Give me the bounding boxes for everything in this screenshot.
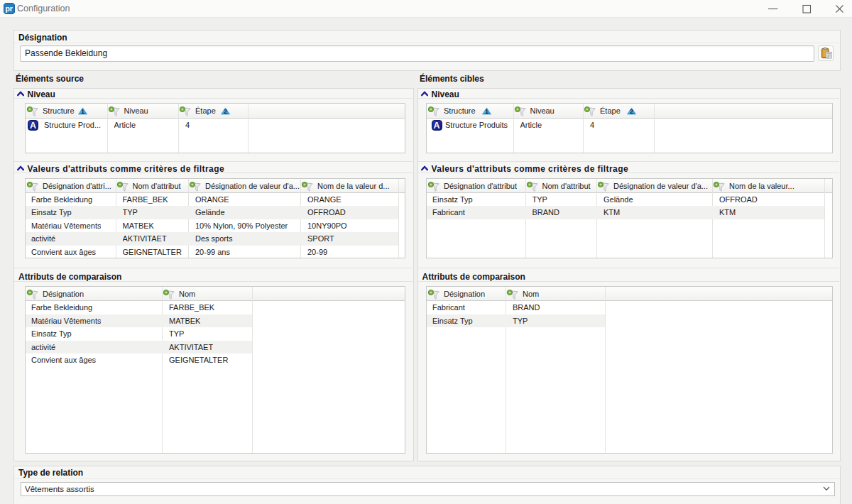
svg-text:2: 2: [629, 108, 633, 115]
svg-text:1: 1: [80, 108, 84, 115]
svg-text:pr: pr: [5, 4, 13, 13]
svg-text:1: 1: [484, 108, 488, 115]
svg-text:2: 2: [223, 108, 226, 115]
